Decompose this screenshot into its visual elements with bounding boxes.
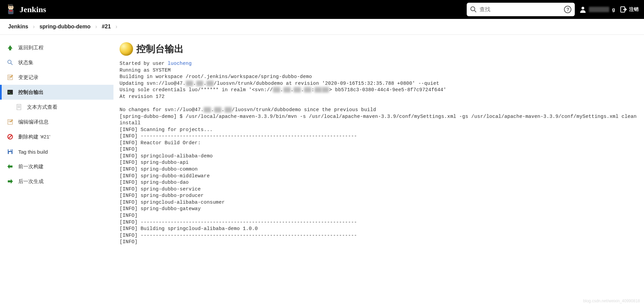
svg-rect-3: [9, 10, 12, 11]
breadcrumb-item-jenkins[interactable]: Jenkins: [8, 24, 28, 30]
brand-text: Jenkins: [20, 5, 46, 14]
page-title: 控制台输出: [136, 43, 184, 55]
sidebar-item-previous-build[interactable]: 前一次构建: [0, 159, 113, 174]
sidebar-item-label: 编辑编译信息: [18, 119, 49, 125]
svg-point-6: [471, 7, 475, 11]
sidebar-item-label: 前一次构建: [18, 163, 44, 170]
user-name-blurred: [589, 7, 609, 12]
user-menu[interactable]: g: [579, 6, 615, 13]
svg-line-7: [474, 10, 476, 12]
sidebar-item-tag-build[interactable]: Tag this build: [0, 144, 113, 159]
svg-rect-1: [9, 4, 13, 6]
sidebar-item-label: 删除构建 '#21': [18, 134, 50, 140]
svg-point-10: [8, 60, 11, 63]
search-icon: [470, 6, 477, 13]
magnify-icon: [7, 59, 14, 66]
console-output: Started by user luocheng Running as SYST…: [120, 60, 638, 246]
body-layout: 返回到工程 状态集 变更记录 >_ 控制台输出 文本方式查看 编辑编译信息 删除…: [0, 35, 644, 253]
jenkins-logo-link[interactable]: Jenkins: [5, 3, 46, 16]
user-icon: [579, 6, 586, 13]
breadcrumb-sep: ›: [115, 24, 117, 30]
arrow-right-icon: [7, 178, 14, 185]
page-title-wrap: 控制台输出: [120, 42, 638, 56]
user-name-suffix: g: [612, 7, 615, 12]
search-input[interactable]: [480, 6, 561, 12]
forbidden-icon: [7, 133, 14, 140]
notepad-icon: [7, 74, 14, 81]
sidebar-item-console-output[interactable]: >_ 控制台输出: [0, 85, 113, 100]
svg-point-5: [11, 7, 12, 7]
sidebar-item-label: 返回到工程: [18, 45, 44, 51]
terminal-icon: >_: [7, 89, 14, 96]
main-content: 控制台输出 Started by user luocheng Running a…: [113, 35, 644, 253]
sidebar-item-delete-build[interactable]: 删除构建 '#21': [0, 129, 113, 144]
breadcrumb-item-project[interactable]: spring-dubbo-demo: [40, 24, 91, 30]
sidebar-item-label: 状态集: [18, 59, 33, 66]
sidebar-item-next-build[interactable]: 后一次生成: [0, 174, 113, 189]
logout-link[interactable]: 注销: [620, 6, 639, 13]
status-orb-icon: [120, 42, 133, 56]
search-box[interactable]: ?: [467, 3, 575, 16]
sidebar-item-edit-build-info[interactable]: 编辑编译信息: [0, 114, 113, 129]
svg-text:>_: >_: [8, 91, 12, 94]
svg-rect-30: [10, 150, 11, 151]
sidebar-item-view-as-plain-text[interactable]: 文本方式查看: [0, 100, 113, 114]
sidebar-item-label: 后一次生成: [18, 178, 44, 185]
logout-icon: [620, 6, 627, 13]
document-icon: [16, 104, 22, 110]
arrow-left-icon: [7, 163, 14, 170]
top-header: Jenkins ? g 注销: [0, 0, 644, 19]
breadcrumb-item-build[interactable]: #21: [102, 24, 111, 30]
svg-rect-28: [8, 149, 12, 151]
sidebar-item-back-to-project[interactable]: 返回到工程: [0, 40, 113, 55]
help-icon[interactable]: ?: [564, 6, 571, 13]
started-by-user-link[interactable]: luocheng: [168, 61, 191, 66]
sidebar-item-label: 文本方式查看: [27, 104, 57, 110]
jenkins-logo-icon: [5, 3, 16, 16]
breadcrumb-sep: ›: [95, 24, 97, 30]
logout-label: 注销: [629, 6, 639, 12]
arrow-up-icon: [7, 44, 14, 51]
svg-rect-29: [9, 152, 11, 154]
svg-line-11: [11, 63, 12, 65]
sidebar-item-label: 变更记录: [18, 74, 38, 81]
svg-point-4: [9, 7, 10, 7]
notepad-icon: [7, 119, 14, 125]
svg-point-8: [582, 7, 584, 9]
sidebar-item-status[interactable]: 状态集: [0, 55, 113, 70]
breadcrumb: Jenkins › spring-dubbo-demo › #21 ›: [0, 19, 644, 35]
svg-line-26: [8, 135, 12, 138]
sidebar-item-changes[interactable]: 变更记录: [0, 70, 113, 85]
sidebar-item-label: 控制台输出: [18, 89, 44, 96]
breadcrumb-sep: ›: [33, 24, 35, 30]
svg-rect-18: [17, 104, 21, 110]
sidebar: 返回到工程 状态集 变更记录 >_ 控制台输出 文本方式查看 编辑编译信息 删除…: [0, 35, 113, 253]
save-icon: [7, 148, 14, 155]
sidebar-item-label: Tag this build: [18, 149, 48, 155]
